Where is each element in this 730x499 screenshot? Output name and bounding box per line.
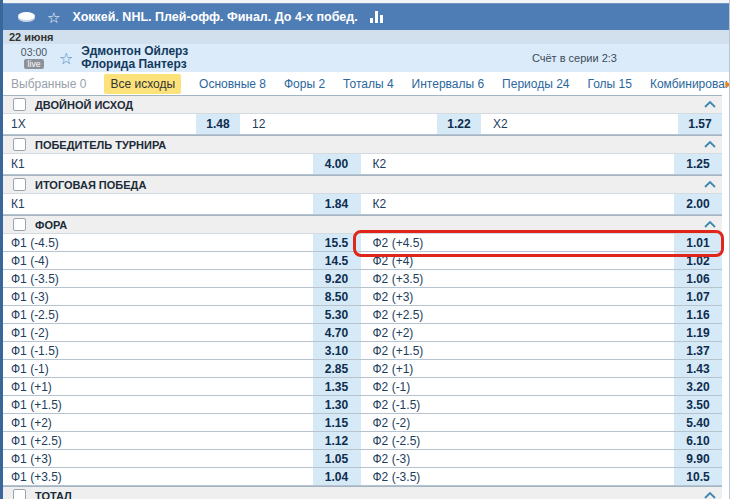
tab-item[interactable]: Основные 8 (199, 77, 266, 91)
odds-value[interactable]: 1.43 (674, 360, 722, 377)
odds-value[interactable]: 4.70 (313, 324, 361, 341)
odds-outcome[interactable]: Ф1 (-1.5)3.10 (3, 342, 361, 359)
odds-outcome[interactable]: Ф1 (+2)1.15 (3, 414, 361, 431)
odds-outcome[interactable]: К22.00 (365, 194, 723, 214)
odds-value[interactable]: 14.5 (313, 252, 361, 269)
collapse-chevron-icon[interactable] (704, 181, 716, 188)
odds-value[interactable]: 1.05 (313, 450, 361, 467)
odds-value[interactable]: 1.06 (674, 270, 722, 287)
odds-value[interactable]: 3.20 (674, 378, 722, 395)
odds-value[interactable]: 3.10 (313, 342, 361, 359)
odds-value[interactable]: 1.15 (313, 414, 361, 431)
odds-outcome[interactable]: Ф1 (+2.5)1.12 (3, 432, 361, 449)
odds-outcome[interactable]: Ф2 (-2)5.40 (365, 414, 723, 431)
odds-value[interactable]: 15.5 (313, 234, 361, 251)
odds-value[interactable]: 3.50 (674, 396, 722, 413)
odds-value[interactable]: 9.90 (674, 450, 722, 467)
odds-value[interactable]: 1.37 (674, 342, 722, 359)
odds-value[interactable]: 1.48 (196, 114, 240, 134)
odds-value[interactable]: 1.01 (674, 234, 722, 251)
odds-value[interactable]: 1.02 (674, 252, 722, 269)
league-favorite-star-icon[interactable]: ☆ (47, 10, 60, 25)
odds-value[interactable]: 1.30 (313, 396, 361, 413)
market-section-header[interactable]: ТОТАЛ (3, 486, 722, 499)
market-section-header[interactable]: ИТОГОВАЯ ПОБЕДА (3, 175, 722, 194)
odds-outcome[interactable]: Ф2 (+1)1.43 (365, 360, 723, 377)
odds-outcome[interactable]: К14.00 (3, 154, 361, 174)
tab-item[interactable]: Комбинированные 11 (650, 77, 729, 91)
odds-outcome[interactable]: Ф1 (-1)2.85 (3, 360, 361, 377)
odds-outcome[interactable]: Ф1 (-2.5)5.30 (3, 306, 361, 323)
odds-value[interactable]: 10.5 (674, 468, 722, 485)
odds-value[interactable]: 1.35 (313, 378, 361, 395)
section-checkbox[interactable] (13, 178, 26, 191)
statistics-icon[interactable] (370, 11, 383, 23)
odds-value[interactable]: 1.19 (674, 324, 722, 341)
tabs-scroll-arrow-icon[interactable]: ▸ (725, 76, 729, 91)
team-away[interactable]: Флорида Пантерз (81, 58, 188, 71)
odds-value[interactable]: 1.84 (313, 194, 361, 214)
odds-value[interactable]: 1.12 (313, 432, 361, 449)
section-checkbox[interactable] (13, 138, 26, 151)
tab-item[interactable]: Все исходы (104, 74, 181, 94)
market-section-header[interactable]: ФОРА (3, 215, 722, 234)
market-section-header[interactable]: ДВОЙНОЙ ИСХОД (3, 95, 722, 114)
collapse-chevron-icon[interactable] (704, 221, 716, 228)
section-checkbox[interactable] (13, 218, 26, 231)
odds-outcome[interactable]: Ф2 (+3)1.07 (365, 288, 723, 305)
odds-outcome[interactable]: Ф2 (+4.5)1.01 (365, 234, 723, 251)
odds-outcome[interactable]: Ф1 (+1.5)1.30 (3, 396, 361, 413)
tab-item[interactable]: Выбранные 0 (11, 77, 86, 91)
odds-value[interactable]: 5.40 (674, 414, 722, 431)
odds-value[interactable]: 1.16 (674, 306, 722, 323)
odds-outcome[interactable]: Ф2 (-3.5)10.5 (365, 468, 723, 485)
odds-outcome[interactable]: Ф2 (-3)9.90 (365, 450, 723, 467)
odds-value[interactable]: 1.22 (437, 114, 481, 134)
tab-item[interactable]: Форы 2 (284, 77, 325, 91)
odds-outcome[interactable]: Ф2 (+3.5)1.06 (365, 270, 723, 287)
odds-outcome[interactable]: Ф2 (-1.5)3.50 (365, 396, 723, 413)
odds-outcome[interactable]: X21.57 (485, 114, 722, 134)
odds-outcome[interactable]: Ф1 (-2)4.70 (3, 324, 361, 341)
odds-value[interactable]: 5.30 (313, 306, 361, 323)
odds-outcome[interactable]: Ф2 (-2.5)6.10 (365, 432, 723, 449)
odds-outcome[interactable]: Ф2 (+2)1.19 (365, 324, 723, 341)
odds-value[interactable]: 9.20 (313, 270, 361, 287)
odds-value[interactable]: 4.00 (313, 154, 361, 174)
odds-outcome[interactable]: 121.22 (244, 114, 481, 134)
teams-block[interactable]: Эдмонтон Ойлерз Флорида Пантерз (81, 45, 188, 71)
odds-outcome[interactable]: Ф2 (+1.5)1.37 (365, 342, 723, 359)
tab-item[interactable]: Тоталы 4 (343, 77, 393, 91)
tab-item[interactable]: Интервалы 6 (412, 77, 485, 91)
odds-outcome[interactable]: Ф1 (-3)8.50 (3, 288, 361, 305)
event-favorite-star-icon[interactable]: ☆ (59, 51, 73, 66)
tab-item[interactable]: Периоды 24 (502, 77, 569, 91)
odds-outcome[interactable]: Ф1 (-4)14.5 (3, 252, 361, 269)
collapse-chevron-icon[interactable] (704, 492, 716, 499)
collapse-chevron-icon[interactable] (704, 141, 716, 148)
odds-outcome[interactable]: Ф1 (+3.5)1.04 (3, 468, 361, 485)
odds-value[interactable]: 1.04 (313, 468, 361, 485)
odds-outcome[interactable]: Ф2 (+2.5)1.16 (365, 306, 723, 323)
section-checkbox[interactable] (13, 98, 26, 111)
odds-outcome[interactable]: Ф2 (+4)1.02 (365, 252, 723, 269)
odds-outcome[interactable]: Ф1 (-4.5)15.5 (3, 234, 361, 251)
odds-outcome[interactable]: Ф1 (+1)1.35 (3, 378, 361, 395)
odds-value[interactable]: 8.50 (313, 288, 361, 305)
odds-outcome[interactable]: К11.84 (3, 194, 361, 214)
odds-outcome[interactable]: Ф1 (-3.5)9.20 (3, 270, 361, 287)
odds-outcome[interactable]: К21.25 (365, 154, 723, 174)
odds-value[interactable]: 1.25 (674, 154, 722, 174)
odds-outcome[interactable]: Ф2 (-1)3.20 (365, 378, 723, 395)
odds-value[interactable]: 2.85 (313, 360, 361, 377)
collapse-chevron-icon[interactable] (704, 101, 716, 108)
odds-value[interactable]: 2.00 (674, 194, 722, 214)
odds-value[interactable]: 1.57 (678, 114, 722, 134)
odds-outcome[interactable]: Ф1 (+3)1.05 (3, 450, 361, 467)
section-checkbox[interactable] (13, 489, 26, 499)
odds-value[interactable]: 1.07 (674, 288, 722, 305)
odds-outcome[interactable]: 1X1.48 (3, 114, 240, 134)
odds-value[interactable]: 6.10 (674, 432, 722, 449)
market-section-header[interactable]: ПОБЕДИТЕЛЬ ТУРНИРА (3, 135, 722, 154)
tab-item[interactable]: Голы 15 (588, 77, 632, 91)
